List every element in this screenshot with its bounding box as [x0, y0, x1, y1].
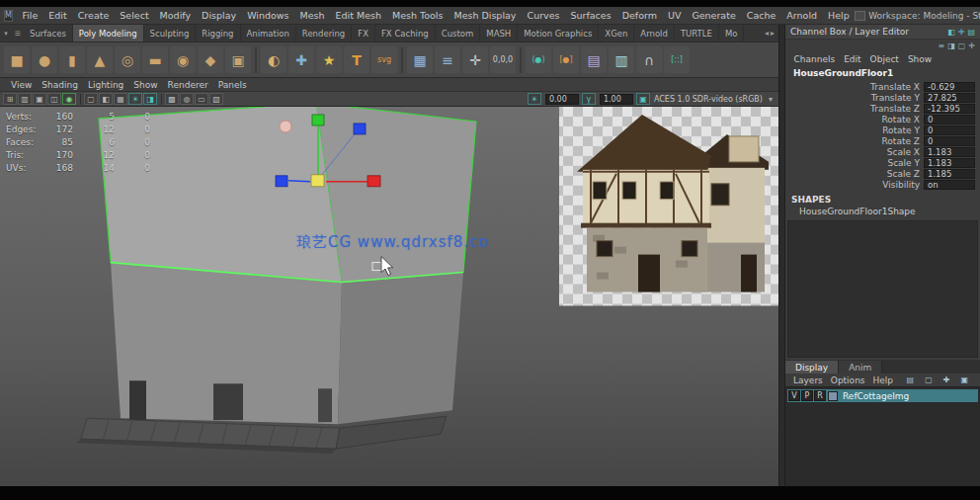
shelf-tab-fx[interactable]: FX [352, 25, 375, 42]
shelf-menu-caret-icon[interactable]: ▾ [0, 25, 12, 42]
menu-select[interactable]: Select [115, 10, 154, 21]
shelf-scroll-left-icon[interactable]: ◂ [765, 29, 769, 38]
target-weld-icon[interactable]: (●) [526, 46, 551, 73]
tab-display[interactable]: Display [785, 361, 839, 374]
workspace-selector[interactable]: Workspace: Modeling - Standard ▾ [855, 11, 980, 21]
channels-menu[interactable]: Channels [789, 54, 840, 64]
camera-gate-icon[interactable]: ▭ [195, 93, 208, 105]
sphere-project-icon[interactable]: ◐ [261, 46, 286, 73]
exposure-field[interactable]: 0.00 [545, 94, 579, 105]
new-layer-icon[interactable]: ✚ [939, 375, 954, 384]
panel-menu-show[interactable]: Show [128, 80, 162, 90]
lattice-icon[interactable]: ▤ [581, 46, 607, 73]
shelf-tab-rendering[interactable]: Rendering [296, 25, 352, 42]
object-menu[interactable]: Object [865, 54, 903, 64]
shelf-tab-animation[interactable]: Animation [241, 25, 296, 42]
channelbox-pin-icon[interactable]: ✛ [958, 28, 965, 37]
view-transform-label[interactable]: ACES 1.0 SDR-video (sRGB) [654, 95, 763, 104]
panel-menu-renderer[interactable]: Renderer [163, 80, 213, 90]
menu-cache[interactable]: Cache [741, 10, 781, 21]
shelf-tab-custom[interactable]: Custom [436, 25, 481, 42]
menu-uv[interactable]: UV [662, 10, 686, 21]
menu-edit[interactable]: Edit [43, 10, 72, 21]
layer-display-type-toggle[interactable]: R [814, 390, 826, 401]
poly-plane-icon[interactable]: ▬ [142, 46, 168, 73]
poly-torus-icon[interactable]: ◎ [115, 46, 140, 73]
shelf-tab-arnold[interactable]: Arnold [634, 25, 675, 42]
poly-disc-icon[interactable]: ◉ [170, 46, 196, 73]
snap-view-icon[interactable]: ◫ [47, 93, 61, 105]
attr-value-field[interactable]: 0 [924, 125, 975, 135]
menu-modify[interactable]: Modify [154, 10, 196, 21]
menu-file[interactable]: File [17, 10, 43, 21]
menu-mesh[interactable]: Mesh [294, 10, 330, 21]
snap-grid-icon[interactable]: ⊞ [3, 93, 17, 105]
shadows-icon[interactable]: ◨ [143, 93, 157, 105]
create-plus-icon[interactable]: ✚ [288, 46, 314, 73]
manipulator-z2-handle[interactable] [276, 176, 287, 187]
layer-name[interactable]: RefCottageImg [839, 391, 909, 401]
isolate-select-icon[interactable]: ▩ [165, 93, 179, 105]
poly-cylinder-icon[interactable]: ▮ [59, 46, 85, 73]
shelf-tab-mash[interactable]: MASH [480, 25, 518, 42]
manipulator-z-handle[interactable] [354, 124, 366, 134]
attr-value-field[interactable]: 27.825 [924, 93, 975, 103]
viewport-3d-scene[interactable]: Verts:16050 Edges:172120 Faces:8560 Tris… [0, 107, 778, 486]
tab-anim[interactable]: Anim [839, 361, 882, 374]
attr-value-field[interactable]: 0 [924, 115, 975, 125]
menu-deform[interactable]: Deform [616, 10, 662, 21]
gamma-icon[interactable]: γ [582, 93, 596, 105]
snap-together-icon[interactable]: ✛ [462, 46, 488, 73]
shelf-tab-rigging[interactable]: Rigging [196, 25, 240, 42]
shaded-icon[interactable]: ◧ [99, 93, 113, 105]
spreadsheet-icon[interactable]: ▦ [407, 46, 433, 73]
menu-edit-mesh[interactable]: Edit Mesh [330, 10, 386, 21]
snap-point-icon[interactable]: ▣ [33, 93, 46, 105]
shelf-tab-turtle[interactable]: TURTLE [675, 25, 719, 42]
xray-icon[interactable]: ◍ [180, 93, 194, 105]
gamma-field[interactable]: 1.00 [600, 94, 633, 105]
poly-pyramid-icon[interactable]: ▣ [225, 46, 251, 73]
exposure-icon[interactable]: ☀ [528, 93, 541, 105]
textured-icon[interactable]: ▦ [114, 93, 127, 105]
toolbar-caret-icon[interactable]: ▾ [766, 95, 776, 104]
menu-mesh-tools[interactable]: Mesh Tools [387, 10, 449, 21]
selected-object-name[interactable]: HouseGroundFloor1 [785, 66, 980, 80]
component-brackets-icon[interactable]: [::] [664, 46, 690, 73]
panel-menu-lighting[interactable]: Lighting [83, 80, 128, 90]
layer-playback-toggle[interactable]: P [801, 390, 813, 401]
layer-row-refcottageimg[interactable]: V P R RefCottageImg [787, 389, 978, 402]
panel-menu-panels[interactable]: Panels [213, 80, 252, 90]
make-live-icon[interactable]: ◉ [62, 93, 76, 105]
shelf-scroll-right-icon[interactable]: ▸ [771, 29, 775, 38]
shelf-tab-motion-graphics[interactable]: Motion Graphics [518, 25, 599, 42]
menu-curves[interactable]: Curves [522, 10, 565, 21]
channelbox-list-icon[interactable]: ▤ [967, 28, 975, 37]
attr-value-field[interactable]: on [924, 180, 975, 190]
shelf-tab-surfaces[interactable]: Surfaces [24, 25, 73, 42]
attr-value-field[interactable]: 1.185 [924, 169, 975, 179]
menu-create[interactable]: Create [72, 10, 115, 21]
shape-node-name[interactable]: HouseGroundFloor1Shape [785, 206, 980, 218]
channelbox-display-icon[interactable]: ◧ [947, 28, 955, 37]
grid-snap-icon[interactable]: ▥ [609, 46, 634, 73]
manipulator-center-handle[interactable] [311, 175, 324, 187]
attr-value-field[interactable]: -12.395 [924, 104, 975, 114]
align-objects-icon[interactable]: ≡ [435, 46, 460, 73]
menu-generate[interactable]: Generate [687, 10, 741, 21]
move-layer-up-icon[interactable]: ▤ [903, 375, 919, 384]
menu-help[interactable]: Help [823, 10, 856, 21]
manip-icon[interactable]: ✛ [968, 42, 975, 50]
snap-curve-icon[interactable]: ▥ [18, 93, 32, 105]
shelf-tab-poly-modeling[interactable]: Poly Modeling [73, 25, 144, 42]
manipulator-y-handle[interactable] [312, 115, 324, 125]
lighting-icon[interactable]: ☀ [128, 93, 142, 105]
hyperbolic-icon[interactable]: ◨ [947, 42, 955, 50]
field-chart-icon[interactable]: ▧ [209, 93, 223, 105]
menu-display[interactable]: Display [197, 10, 242, 21]
measure-icon[interactable]: 0,0,0 [490, 46, 516, 73]
layer-visibility-toggle[interactable]: V [788, 390, 800, 401]
attr-value-field[interactable]: 0 [924, 136, 975, 146]
menu-windows[interactable]: Windows [242, 10, 294, 21]
attr-value-field[interactable]: 1.183 [924, 158, 975, 168]
